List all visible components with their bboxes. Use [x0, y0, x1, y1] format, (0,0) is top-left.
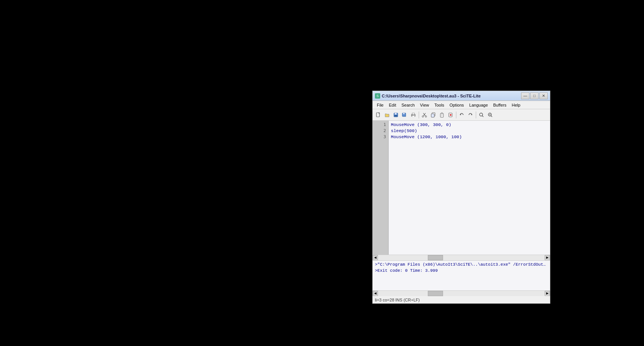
- menu-bar: File Edit Search View Tools Options Lang…: [373, 101, 550, 109]
- menu-options[interactable]: Options: [447, 102, 467, 108]
- new-button[interactable]: [374, 111, 383, 119]
- line-num-1: 1: [373, 121, 388, 128]
- paste-button[interactable]: [438, 111, 446, 119]
- title-text: C:\Users\Sharpnova\Desktop\test.au3 - Sc…: [382, 94, 481, 98]
- svg-rect-9: [412, 113, 414, 115]
- code-line-1: MouseMove (300, 300, 0): [391, 121, 548, 128]
- status-text: li=3 co=28 INS (CR+LF): [375, 298, 420, 302]
- undo-button[interactable]: [457, 111, 466, 119]
- undo-icon: [459, 112, 464, 118]
- output-panel: >"C:\Program Files (x86)\AutoIt3\SciTE\.…: [373, 260, 550, 290]
- title-bar: S C:\Users\Sharpnova\Desktop\test.au3 - …: [373, 91, 550, 101]
- close-file-button[interactable]: [446, 111, 455, 119]
- save-button[interactable]: [392, 111, 400, 119]
- toolbar: +: [373, 109, 550, 121]
- toolbar-sep-2: [456, 112, 456, 118]
- editor-area: 1 2 3 MouseMove (300, 300, 0) sleep(500)…: [373, 121, 550, 255]
- maximize-button[interactable]: □: [530, 92, 539, 99]
- svg-marker-1: [379, 113, 379, 113]
- code-text-2: sleep(500): [391, 128, 417, 133]
- code-area[interactable]: MouseMove (300, 300, 0) sleep(500) Mouse…: [389, 121, 550, 255]
- output-line-1: >"C:\Program Files (x86)\AutoIt3\SciTE\.…: [375, 261, 548, 268]
- status-bar: li=3 co=28 INS (CR+LF): [373, 296, 550, 303]
- cut-button[interactable]: [420, 111, 429, 119]
- find-icon: [479, 112, 484, 118]
- menu-edit[interactable]: Edit: [386, 102, 399, 108]
- hscroll2-thumb[interactable]: [428, 291, 443, 296]
- menu-help[interactable]: Help: [509, 102, 523, 108]
- hscroll-thumb[interactable]: [428, 255, 443, 260]
- toolbar-sep-3: [476, 112, 476, 118]
- svg-rect-10: [412, 116, 414, 117]
- find-in-files-icon: [488, 112, 493, 118]
- print-button[interactable]: [409, 111, 418, 119]
- hscroll-area: ◀ ▶: [373, 255, 550, 260]
- scite-window: S C:\Users\Sharpnova\Desktop\test.au3 - …: [372, 91, 550, 304]
- svg-point-15: [425, 116, 427, 117]
- find-in-files-button[interactable]: [486, 111, 494, 119]
- code-text-1: MouseMove (300, 300, 0): [391, 122, 451, 127]
- svg-point-14: [422, 116, 424, 117]
- redo-button[interactable]: [466, 111, 475, 119]
- cut-icon: [422, 112, 427, 118]
- menu-buffers[interactable]: Buffers: [491, 102, 509, 108]
- find-button[interactable]: [477, 111, 486, 119]
- line-numbers: 1 2 3: [373, 121, 389, 255]
- svg-rect-3: [395, 113, 397, 115]
- copy-icon: [430, 112, 436, 118]
- print-icon: [411, 112, 416, 118]
- open-button[interactable]: [383, 111, 391, 119]
- svg-point-28: [480, 113, 483, 116]
- code-text-3: MouseMove (1200, 1000, 100): [391, 134, 462, 139]
- menu-language[interactable]: Language: [467, 102, 491, 108]
- save-as-button[interactable]: +: [400, 111, 409, 119]
- menu-file[interactable]: File: [374, 102, 386, 108]
- svg-rect-19: [441, 113, 443, 114]
- code-line-3: MouseMove (1200, 1000, 100): [391, 134, 548, 140]
- line-num-3: 3: [373, 134, 388, 140]
- output-line-2: >Exit code: 0 Time: 3.999: [375, 268, 548, 274]
- close-button[interactable]: ✕: [539, 92, 548, 99]
- window-icon: S: [375, 93, 380, 99]
- line-num-2: 2: [373, 128, 388, 134]
- redo-icon: [468, 112, 473, 118]
- svg-rect-6: [403, 113, 405, 114]
- svg-line-31: [491, 116, 492, 117]
- hscroll-track[interactable]: [378, 255, 545, 260]
- toolbar-sep-1: [419, 112, 419, 118]
- open-icon: [384, 112, 390, 118]
- hscroll2-right-button[interactable]: ▶: [545, 291, 550, 296]
- hscroll2-left-button[interactable]: ◀: [373, 291, 378, 296]
- hscroll2-track[interactable]: [378, 291, 545, 296]
- svg-line-29: [482, 116, 483, 117]
- title-bar-left: S C:\Users\Sharpnova\Desktop\test.au3 - …: [375, 93, 481, 99]
- window-controls: — □ ✕: [521, 92, 548, 99]
- output-content: >"C:\Program Files (x86)\AutoIt3\SciTE\.…: [373, 261, 550, 274]
- svg-rect-17: [431, 114, 434, 117]
- hscroll-left-button[interactable]: ◀: [373, 255, 378, 260]
- svg-text:+: +: [405, 115, 406, 117]
- menu-view[interactable]: View: [418, 102, 432, 108]
- hscroll-area2: ◀ ▶: [373, 290, 550, 296]
- menu-tools[interactable]: Tools: [432, 102, 447, 108]
- new-icon: [376, 112, 381, 118]
- hscroll-right-button[interactable]: ▶: [545, 255, 550, 260]
- save-as-icon: +: [402, 112, 407, 118]
- minimize-button[interactable]: —: [521, 92, 529, 99]
- menu-search[interactable]: Search: [399, 102, 418, 108]
- close-file-icon: [448, 112, 453, 118]
- svg-rect-11: [412, 115, 413, 115]
- save-icon: [393, 112, 399, 118]
- code-line-2: sleep(500): [391, 128, 548, 134]
- copy-button[interactable]: [429, 111, 437, 119]
- svg-rect-4: [394, 115, 397, 116]
- paste-icon: [439, 112, 445, 118]
